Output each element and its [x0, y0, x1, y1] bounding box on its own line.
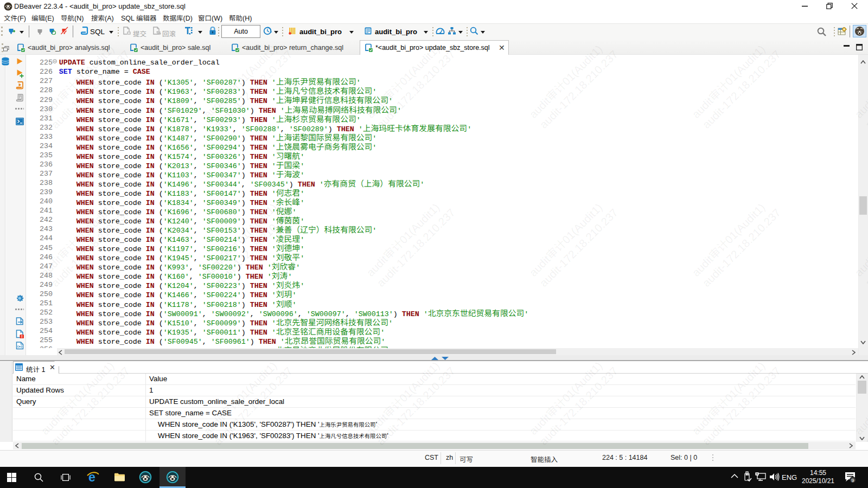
svg-text:9: 9	[851, 477, 854, 483]
